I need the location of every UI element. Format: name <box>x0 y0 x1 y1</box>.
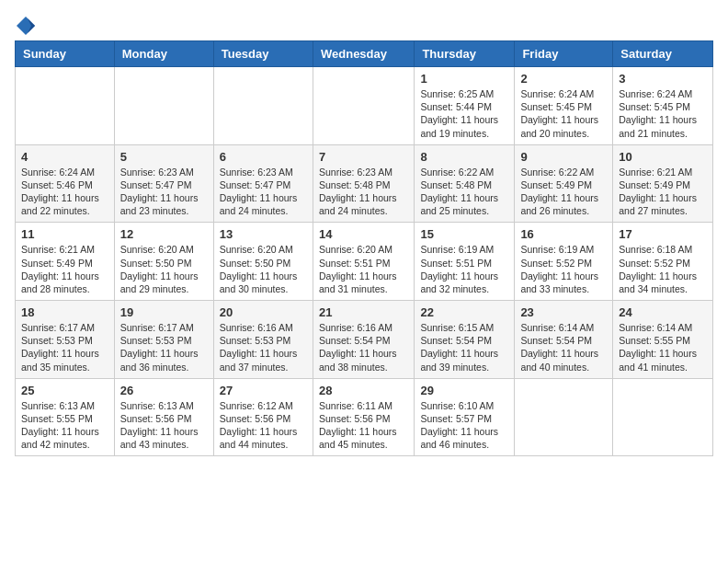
calendar-cell <box>114 67 213 145</box>
calendar-week-row: 4Sunrise: 6:24 AM Sunset: 5:46 PM Daylig… <box>16 144 713 223</box>
day-number: 28 <box>319 384 408 397</box>
calendar-cell: 10Sunrise: 6:21 AM Sunset: 5:49 PM Dayli… <box>613 144 713 223</box>
day-info: Sunrise: 6:24 AM Sunset: 5:45 PM Dayligh… <box>619 87 707 140</box>
logo <box>15 15 40 37</box>
day-number: 22 <box>420 305 508 319</box>
day-number: 12 <box>120 227 208 241</box>
day-number: 14 <box>319 227 408 241</box>
day-number: 5 <box>120 150 208 164</box>
day-number: 1 <box>420 72 508 86</box>
calendar-cell: 23Sunrise: 6:14 AM Sunset: 5:54 PM Dayli… <box>515 301 613 379</box>
day-info: Sunrise: 6:13 AM Sunset: 5:55 PM Dayligh… <box>21 399 108 452</box>
day-info: Sunrise: 6:21 AM Sunset: 5:49 PM Dayligh… <box>619 166 707 218</box>
column-header-friday: Friday <box>515 41 613 67</box>
day-info: Sunrise: 6:24 AM Sunset: 5:45 PM Dayligh… <box>520 87 607 140</box>
day-info: Sunrise: 6:12 AM Sunset: 5:56 PM Dayligh… <box>220 399 307 452</box>
day-info: Sunrise: 6:24 AM Sunset: 5:46 PM Dayligh… <box>21 166 108 218</box>
day-number: 20 <box>220 305 307 319</box>
day-info: Sunrise: 6:18 AM Sunset: 5:52 PM Dayligh… <box>619 243 707 295</box>
calendar-cell: 15Sunrise: 6:19 AM Sunset: 5:51 PM Dayli… <box>415 223 515 301</box>
day-number: 10 <box>619 150 707 164</box>
calendar-cell: 19Sunrise: 6:17 AM Sunset: 5:53 PM Dayli… <box>114 301 213 379</box>
day-number: 11 <box>21 227 108 241</box>
calendar-cell: 9Sunrise: 6:22 AM Sunset: 5:49 PM Daylig… <box>515 144 613 223</box>
day-number: 29 <box>420 384 508 397</box>
day-info: Sunrise: 6:23 AM Sunset: 5:47 PM Dayligh… <box>220 166 307 218</box>
calendar-cell: 14Sunrise: 6:20 AM Sunset: 5:51 PM Dayli… <box>313 223 414 301</box>
day-number: 7 <box>319 150 408 164</box>
calendar-cell: 6Sunrise: 6:23 AM Sunset: 5:47 PM Daylig… <box>213 144 313 223</box>
day-info: Sunrise: 6:20 AM Sunset: 5:50 PM Dayligh… <box>220 243 307 295</box>
day-number: 25 <box>21 384 108 397</box>
calendar-cell: 4Sunrise: 6:24 AM Sunset: 5:46 PM Daylig… <box>16 144 115 223</box>
column-header-saturday: Saturday <box>613 41 713 67</box>
day-number: 17 <box>619 227 707 241</box>
calendar-cell: 8Sunrise: 6:22 AM Sunset: 5:48 PM Daylig… <box>415 144 515 223</box>
calendar-cell: 25Sunrise: 6:13 AM Sunset: 5:55 PM Dayli… <box>16 378 115 456</box>
calendar-cell: 26Sunrise: 6:13 AM Sunset: 5:56 PM Dayli… <box>114 378 213 456</box>
day-info: Sunrise: 6:17 AM Sunset: 5:53 PM Dayligh… <box>21 321 108 373</box>
day-info: Sunrise: 6:17 AM Sunset: 5:53 PM Dayligh… <box>120 321 208 373</box>
day-number: 23 <box>520 305 607 319</box>
column-header-thursday: Thursday <box>415 41 515 67</box>
calendar-week-row: 1Sunrise: 6:25 AM Sunset: 5:44 PM Daylig… <box>16 67 713 145</box>
calendar-cell: 20Sunrise: 6:16 AM Sunset: 5:53 PM Dayli… <box>213 301 313 379</box>
day-info: Sunrise: 6:16 AM Sunset: 5:53 PM Dayligh… <box>220 321 307 373</box>
day-info: Sunrise: 6:19 AM Sunset: 5:51 PM Dayligh… <box>420 243 508 295</box>
column-header-monday: Monday <box>114 41 213 67</box>
calendar-cell: 27Sunrise: 6:12 AM Sunset: 5:56 PM Dayli… <box>213 378 313 456</box>
day-number: 24 <box>619 305 707 319</box>
calendar-cell: 22Sunrise: 6:15 AM Sunset: 5:54 PM Dayli… <box>415 301 515 379</box>
day-info: Sunrise: 6:25 AM Sunset: 5:44 PM Dayligh… <box>420 87 508 140</box>
day-number: 13 <box>220 227 307 241</box>
calendar-cell <box>213 67 313 145</box>
day-info: Sunrise: 6:19 AM Sunset: 5:52 PM Dayligh… <box>520 243 607 295</box>
day-number: 8 <box>420 150 508 164</box>
day-number: 9 <box>520 150 607 164</box>
calendar-cell <box>515 378 613 456</box>
calendar-cell: 18Sunrise: 6:17 AM Sunset: 5:53 PM Dayli… <box>16 301 115 379</box>
calendar-cell <box>613 378 713 456</box>
day-number: 26 <box>120 384 208 397</box>
calendar-cell: 24Sunrise: 6:14 AM Sunset: 5:55 PM Dayli… <box>613 301 713 379</box>
calendar-header-row: SundayMondayTuesdayWednesdayThursdayFrid… <box>16 41 713 67</box>
day-number: 6 <box>220 150 307 164</box>
day-number: 2 <box>520 72 607 86</box>
calendar-week-row: 25Sunrise: 6:13 AM Sunset: 5:55 PM Dayli… <box>16 378 713 456</box>
day-number: 16 <box>520 227 607 241</box>
calendar-cell: 7Sunrise: 6:23 AM Sunset: 5:48 PM Daylig… <box>313 144 414 223</box>
calendar-cell <box>16 67 115 145</box>
day-info: Sunrise: 6:21 AM Sunset: 5:49 PM Dayligh… <box>21 243 108 295</box>
day-info: Sunrise: 6:23 AM Sunset: 5:47 PM Dayligh… <box>120 166 208 218</box>
day-number: 19 <box>120 305 208 319</box>
column-header-wednesday: Wednesday <box>313 41 414 67</box>
day-info: Sunrise: 6:13 AM Sunset: 5:56 PM Dayligh… <box>120 399 208 452</box>
day-info: Sunrise: 6:14 AM Sunset: 5:55 PM Dayligh… <box>619 321 707 373</box>
calendar-table: SundayMondayTuesdayWednesdayThursdayFrid… <box>15 40 713 456</box>
day-info: Sunrise: 6:15 AM Sunset: 5:54 PM Dayligh… <box>420 321 508 373</box>
calendar-cell: 1Sunrise: 6:25 AM Sunset: 5:44 PM Daylig… <box>415 67 515 145</box>
calendar-cell: 12Sunrise: 6:20 AM Sunset: 5:50 PM Dayli… <box>114 223 213 301</box>
column-header-tuesday: Tuesday <box>213 41 313 67</box>
day-info: Sunrise: 6:20 AM Sunset: 5:51 PM Dayligh… <box>319 243 408 295</box>
day-number: 15 <box>420 227 508 241</box>
calendar-cell <box>313 67 414 145</box>
day-info: Sunrise: 6:22 AM Sunset: 5:49 PM Dayligh… <box>520 166 607 218</box>
column-header-sunday: Sunday <box>16 41 115 67</box>
day-info: Sunrise: 6:20 AM Sunset: 5:50 PM Dayligh… <box>120 243 208 295</box>
calendar-cell: 2Sunrise: 6:24 AM Sunset: 5:45 PM Daylig… <box>515 67 613 145</box>
day-info: Sunrise: 6:14 AM Sunset: 5:54 PM Dayligh… <box>520 321 607 373</box>
calendar-cell: 13Sunrise: 6:20 AM Sunset: 5:50 PM Dayli… <box>213 223 313 301</box>
day-number: 21 <box>319 305 408 319</box>
day-info: Sunrise: 6:10 AM Sunset: 5:57 PM Dayligh… <box>420 399 508 452</box>
day-info: Sunrise: 6:22 AM Sunset: 5:48 PM Dayligh… <box>420 166 508 218</box>
calendar-cell: 17Sunrise: 6:18 AM Sunset: 5:52 PM Dayli… <box>613 223 713 301</box>
calendar-cell: 11Sunrise: 6:21 AM Sunset: 5:49 PM Dayli… <box>16 223 115 301</box>
day-info: Sunrise: 6:11 AM Sunset: 5:56 PM Dayligh… <box>319 399 408 452</box>
page-header <box>15 15 713 37</box>
calendar-cell: 16Sunrise: 6:19 AM Sunset: 5:52 PM Dayli… <box>515 223 613 301</box>
calendar-cell: 3Sunrise: 6:24 AM Sunset: 5:45 PM Daylig… <box>613 67 713 145</box>
calendar-cell: 29Sunrise: 6:10 AM Sunset: 5:57 PM Dayli… <box>415 378 515 456</box>
calendar-week-row: 11Sunrise: 6:21 AM Sunset: 5:49 PM Dayli… <box>16 223 713 301</box>
calendar-cell: 5Sunrise: 6:23 AM Sunset: 5:47 PM Daylig… <box>114 144 213 223</box>
